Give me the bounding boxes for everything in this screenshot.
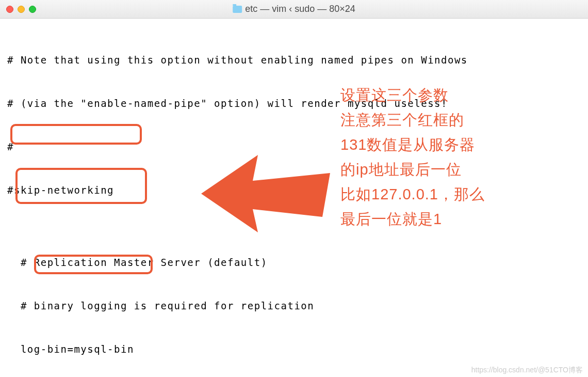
- terminal-line: # binary logging is required for replica…: [7, 299, 581, 313]
- annotation-text: 设置这三个参数 注意第三个红框的 131数值是从服务器 的ip地址最后一位 比如…: [340, 83, 485, 231]
- watermark-label: https://blog.csdn.net/@51CTO博客: [471, 366, 583, 375]
- highlight-box-binlogformat: [15, 168, 147, 204]
- window-title: etc — vim ‹ sudo — 80×24: [233, 4, 355, 14]
- maximize-button[interactable]: [29, 6, 36, 13]
- terminal-line: # (via the "enable-named-pipe" option) w…: [7, 96, 581, 111]
- highlight-box-logbin: [10, 124, 142, 145]
- terminal-line: # Note that using this option without en…: [7, 53, 581, 67]
- title-text: etc — vim ‹ sudo — 80×24: [245, 4, 355, 14]
- terminal-line: log-bin=mysql-bin: [7, 342, 581, 356]
- minimize-button[interactable]: [18, 6, 25, 13]
- highlight-box-serverid: [34, 255, 153, 274]
- arrow-icon: [201, 150, 330, 238]
- folder-icon: [233, 6, 242, 13]
- window-titlebar: etc — vim ‹ sudo — 80×24: [0, 0, 588, 19]
- close-button[interactable]: [6, 6, 13, 13]
- traffic-lights: [6, 6, 36, 13]
- svg-marker-0: [201, 155, 330, 232]
